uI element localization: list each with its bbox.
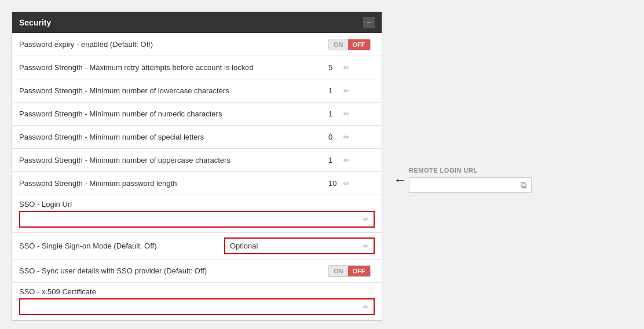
sso-mode-edit-icon[interactable]: ✏	[358, 240, 374, 253]
min-special-label: Password Strength - Minimum number of sp…	[19, 133, 328, 141]
min-special-value-group: 0 ✏	[328, 133, 375, 141]
min-numeric-edit-icon[interactable]: ✏	[343, 110, 349, 118]
sso-sync-label: SSO - Sync user details with SSO provide…	[19, 266, 328, 275]
minimize-button[interactable]: −	[363, 17, 375, 28]
sso-sync-toggle-off[interactable]: OFF	[348, 266, 370, 276]
toggle-on[interactable]: ON	[329, 39, 348, 50]
min-numeric-value-group: 1 ✏	[328, 109, 375, 118]
sso-sync-toggle-switch[interactable]: ON OFF	[328, 265, 371, 277]
sso-mode-label: SSO - Single Sign-on Mode (Default: Off)	[19, 242, 224, 250]
min-uppercase-label: Password Strength - Minimum number of up…	[19, 156, 328, 164]
min-numeric-label: Password Strength - Minimum number of nu…	[19, 109, 328, 118]
max-retry-value-group: 5 ✏	[328, 63, 375, 72]
remote-login-label: REMOTE LOGIN URL	[409, 167, 532, 174]
min-special-edit-icon[interactable]: ✏	[343, 133, 349, 141]
min-password-length-edit-icon[interactable]: ✏	[343, 180, 349, 188]
arrow-icon: ←	[394, 173, 407, 188]
min-lowercase-value-group: 1 ✏	[328, 86, 375, 95]
min-uppercase-edit-icon[interactable]: ✏	[343, 156, 349, 164]
sso-login-url-input[interactable]	[20, 212, 358, 226]
panel-title: Security	[19, 18, 51, 27]
min-numeric-row: Password Strength - Minimum number of nu…	[12, 103, 382, 126]
sso-login-url-label: SSO - Login Url	[19, 200, 375, 209]
sso-mode-value-container: Optional ✏	[224, 237, 375, 254]
min-special-value: 0	[328, 133, 340, 141]
min-password-length-label: Password Strength - Minimum password len…	[19, 179, 328, 188]
sso-sync-toggle: ON OFF	[328, 265, 375, 277]
min-uppercase-value-group: 1 ✏	[328, 156, 375, 164]
remote-login-panel: REMOTE LOGIN URL ⧉	[409, 167, 532, 193]
max-retry-value: 5	[328, 63, 340, 72]
min-lowercase-edit-icon[interactable]: ✏	[343, 87, 349, 95]
max-retry-row: Password Strength - Maximum retry attemp…	[12, 56, 382, 79]
min-password-length-value: 10	[328, 179, 340, 188]
sso-mode-value: Optional	[225, 239, 358, 253]
sso-login-url-edit-icon[interactable]: ✏	[358, 213, 374, 226]
remote-login-copy-icon[interactable]: ⧉	[516, 178, 531, 192]
sso-sync-toggle-on[interactable]: ON	[329, 266, 348, 276]
password-expiry-toggle: ON OFF	[328, 39, 375, 50]
sso-mode-row: SSO - Single Sign-on Mode (Default: Off)…	[12, 233, 382, 259]
sso-cert-row: SSO - x.509 Certificate ✏	[12, 283, 382, 320]
password-expiry-row: Password expiry - enabled (Default: Off)…	[12, 33, 382, 56]
password-expiry-label: Password expiry - enabled (Default: Off)	[19, 40, 328, 49]
toggle-off[interactable]: OFF	[348, 39, 370, 50]
remote-login-input-row: ⧉	[409, 177, 532, 193]
min-special-row: Password Strength - Minimum number of sp…	[12, 126, 382, 149]
sso-cert-label: SSO - x.509 Certificate	[19, 287, 375, 296]
max-retry-label: Password Strength - Maximum retry attemp…	[19, 63, 328, 72]
sso-cert-input-container: ✏	[19, 298, 375, 315]
min-numeric-value: 1	[328, 109, 340, 118]
min-password-length-value-group: 10 ✏	[328, 179, 375, 188]
min-uppercase-row: Password Strength - Minimum number of up…	[12, 149, 382, 172]
remote-login-input[interactable]	[409, 178, 516, 192]
min-uppercase-value: 1	[328, 156, 340, 164]
min-password-length-row: Password Strength - Minimum password len…	[12, 172, 382, 195]
max-retry-edit-icon[interactable]: ✏	[343, 64, 349, 72]
sso-sync-row: SSO - Sync user details with SSO provide…	[12, 259, 382, 283]
sso-login-url-row: SSO - Login Url ✏	[12, 195, 382, 233]
sso-login-url-input-container: ✏	[19, 211, 375, 228]
min-lowercase-label: Password Strength - Minimum number of lo…	[19, 86, 328, 95]
security-panel: Security − Password expiry - enabled (De…	[12, 12, 382, 321]
sso-cert-edit-icon[interactable]: ✏	[358, 301, 374, 313]
min-lowercase-row: Password Strength - Minimum number of lo…	[12, 79, 382, 103]
min-lowercase-value: 1	[328, 86, 340, 95]
sso-cert-input[interactable]	[20, 299, 358, 314]
panel-header: Security −	[12, 12, 382, 33]
toggle-switch[interactable]: ON OFF	[328, 39, 371, 50]
